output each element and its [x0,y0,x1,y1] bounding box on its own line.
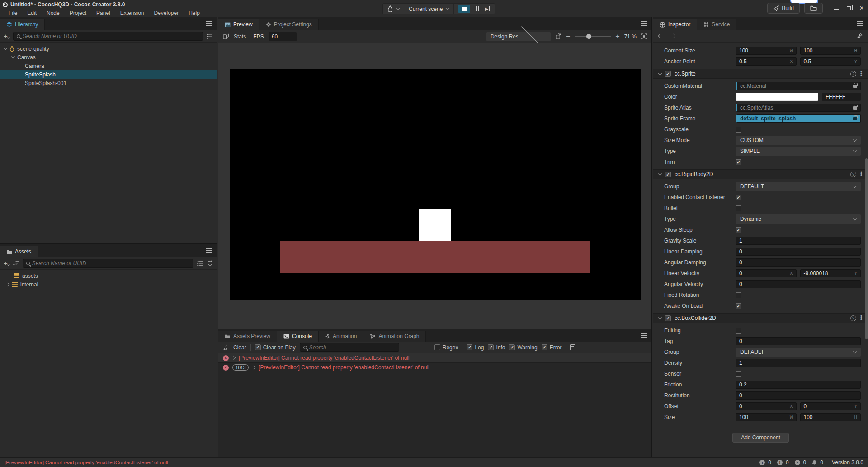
minimize-button[interactable] [834,7,839,10]
hierarchy-menu-button[interactable] [206,20,212,27]
tree-row-canvas[interactable]: Canvas [0,53,217,62]
back-button[interactable] [658,34,663,38]
grayscale-checkbox[interactable] [736,127,741,133]
tab-console[interactable]: Console [277,331,319,342]
log-row[interactable]: × [PreviewInEditor] Cannot read property… [218,353,651,363]
collapse-chevron-icon[interactable] [658,172,662,175]
tab-service[interactable]: Service [697,19,736,30]
menu-help[interactable]: Help [184,9,205,17]
refresh-icon[interactable] [207,260,213,266]
color-hex-field[interactable]: FFFFFF [822,93,861,101]
tab-assets[interactable]: Assets [0,246,38,257]
fullscreen-icon[interactable] [641,33,647,39]
menu-edit[interactable]: Edit [22,9,42,17]
add-component-button[interactable]: Add Component [732,433,789,443]
info-count-icon[interactable]: i [760,460,765,465]
section-header-boxcollider[interactable]: cc.BoxCollider2D ? ••• [653,313,868,323]
expand-chevron-icon[interactable] [4,46,7,50]
component-enabled-checkbox[interactable] [665,172,671,177]
hierarchy-search[interactable] [13,32,203,41]
linear-damping-field[interactable]: 0 [736,248,861,256]
tree-row-spritesplash-001[interactable]: SpriteSplash-001 [0,79,217,87]
expand-chevron-icon[interactable] [11,55,15,58]
collapse-chevron-icon[interactable] [658,71,662,75]
create-asset-button[interactable]: + [4,259,9,267]
tab-hierarchy[interactable]: Hierarchy [0,19,45,30]
hierarchy-search-input[interactable] [23,33,199,39]
component-enabled-checkbox[interactable] [665,71,671,77]
preview-menu-button[interactable] [641,20,647,27]
tree-row-camera[interactable]: Camera [0,62,217,70]
tab-project-settings[interactable]: Project Settings [259,19,319,30]
editing-checkbox[interactable] [736,328,741,334]
angular-velocity-field[interactable]: 0 [736,280,861,288]
component-menu-icon[interactable]: ••• [860,172,863,177]
zoom-in-button[interactable]: + [615,33,619,40]
color-swatch[interactable] [736,93,818,101]
menu-file[interactable]: File [4,9,22,17]
trim-checkbox[interactable] [736,159,741,165]
console-search-input[interactable] [309,344,396,351]
sort-icon[interactable] [13,261,19,266]
bullet-checkbox[interactable] [736,205,741,211]
component-enabled-checkbox[interactable] [665,315,671,321]
filter-list-icon[interactable] [197,261,203,266]
content-size-w-field[interactable]: 100W [736,47,797,55]
anchor-point-x-field[interactable]: 0.5X [736,57,797,66]
game-viewport[interactable] [218,43,651,329]
assets-search[interactable] [23,259,193,268]
zoom-slider-thumb[interactable] [586,34,591,39]
enabled-contact-listener-checkbox[interactable] [736,195,741,200]
log-checkbox[interactable]: Log [467,344,484,351]
tab-inspector[interactable]: Inspector [653,19,697,30]
tab-animation[interactable]: Animation [319,331,363,342]
collider-size-w-field[interactable]: 100W [736,413,797,421]
fps-input[interactable]: 60 [269,32,297,41]
game-canvas[interactable] [230,69,641,300]
rotate-device-icon[interactable] [223,33,229,39]
scene-selector-dropdown[interactable]: Current scene [404,4,454,14]
sensor-checkbox[interactable] [736,371,741,377]
component-menu-icon[interactable]: ••• [860,315,863,321]
clear-on-play-checkbox[interactable]: Clear on Play [255,344,296,351]
menu-project[interactable]: Project [65,9,91,17]
component-menu-icon[interactable]: ••• [860,71,863,76]
angular-damping-field[interactable]: 0 [736,258,861,267]
tree-row-scene[interactable]: scene-quality [0,44,217,53]
restitution-field[interactable]: 0 [736,391,861,400]
pause-button[interactable] [476,6,479,11]
log-row[interactable]: × 1013 [PreviewInEditor] Cannot read pro… [218,363,651,372]
size-mode-select[interactable]: CUSTOM [736,136,861,145]
stop-button[interactable] [458,5,470,13]
help-icon[interactable]: ? [850,315,856,321]
tree-row-internal-db[interactable]: internal [0,280,217,289]
forward-button[interactable] [671,34,676,38]
content-size-h-field[interactable]: 100H [800,47,861,55]
tab-assets-preview[interactable]: Assets Preview [218,331,277,342]
zoom-slider[interactable] [575,36,611,37]
filter-list-icon[interactable] [207,33,213,39]
rotate-screen-icon[interactable] [555,33,561,40]
assets-menu-button[interactable] [206,248,212,254]
regex-checkbox[interactable]: Regex [434,344,458,351]
density-field[interactable]: 1 [736,359,861,367]
console-search[interactable] [300,343,399,352]
inspector-scroll-area[interactable]: Content Size 100W 100H Anchor Point 0.5X… [653,43,868,457]
help-icon[interactable]: ? [850,71,856,77]
close-button[interactable]: × [859,5,864,11]
section-header-sprite[interactable]: cc.Sprite ? ••• [653,69,868,79]
expand-chevron-icon[interactable] [232,356,236,360]
assets-search-input[interactable] [32,260,190,267]
tab-preview[interactable]: Preview [218,19,259,30]
rb-type-select[interactable]: Dynamic [736,214,861,224]
awake-on-load-checkbox[interactable] [736,303,741,309]
gravity-scale-field[interactable]: 1 [736,237,861,245]
expand-chevron-icon[interactable] [252,366,255,369]
menu-node[interactable]: Node [42,9,65,17]
zoom-out-button[interactable]: − [566,33,570,40]
warning-checkbox[interactable]: Warning [509,344,537,351]
console-menu-button[interactable] [641,332,647,338]
error-count-icon[interactable]: × [795,460,800,465]
friction-field[interactable]: 0.2 [736,381,861,389]
tag-field[interactable]: 0 [736,337,861,345]
